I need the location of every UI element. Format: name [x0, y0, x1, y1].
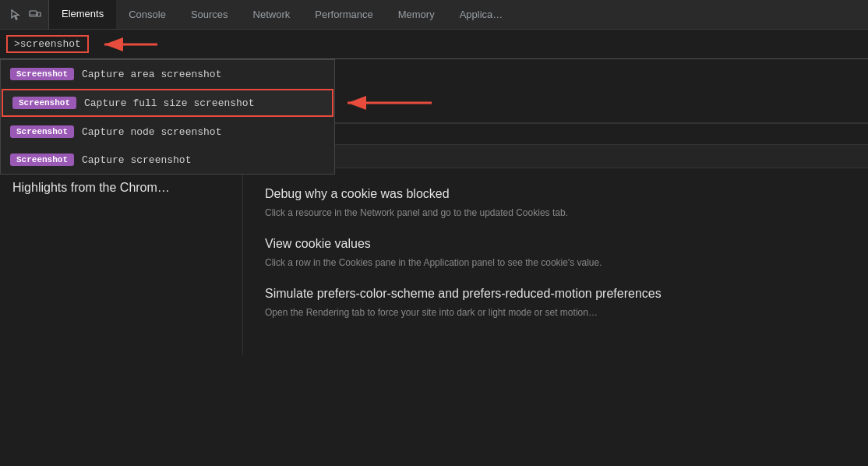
devtools-icons [3, 0, 49, 29]
tab-performance[interactable]: Performance [302, 0, 385, 29]
section-heading-2: View cookie values [265, 237, 846, 251]
section-heading-3: Simulate prefers-color-scheme and prefer… [265, 287, 846, 301]
arrow-to-command [97, 33, 159, 56]
command-dropdown: Screenshot Capture area screenshot Scree… [0, 59, 335, 175]
arrow-to-fullsize [340, 91, 433, 115]
section-desc-3: Open the Rendering tab to force your sit… [265, 305, 846, 319]
panel-heading: Highlights from the Chrom… [12, 181, 230, 195]
dropdown-label-capture: Capture screenshot [82, 154, 191, 166]
dropdown-label-fullsize: Capture full size screenshot [84, 97, 254, 109]
badge-node: Screenshot [10, 125, 74, 138]
badge-capture: Screenshot [10, 154, 74, 166]
svg-rect-0 [30, 11, 37, 16]
right-panel: Debug why a cookie was blocked Click a r… [243, 168, 868, 355]
section-desc-1: Click a resource in the Network panel an… [265, 206, 846, 220]
dropdown-item-area[interactable]: Screenshot Capture area screenshot [1, 60, 334, 88]
tab-memory[interactable]: Memory [386, 0, 447, 29]
section-desc-2: Click a row in the Cookies pane in the A… [265, 256, 846, 270]
tab-application[interactable]: Applica… [447, 0, 516, 29]
svg-rect-1 [37, 12, 41, 16]
tab-sources[interactable]: Sources [178, 0, 241, 29]
badge-fullsize: Screenshot [12, 97, 76, 109]
section-cookies-debug: Debug why a cookie was blocked Click a r… [265, 187, 846, 220]
badge-area: Screenshot [10, 68, 74, 80]
device-icon[interactable] [28, 8, 42, 22]
section-heading-1: Debug why a cookie was blocked [265, 187, 846, 201]
section-cookie-values: View cookie values Click a row in the Co… [265, 237, 846, 270]
tab-network[interactable]: Network [241, 0, 303, 29]
dropdown-label-node: Capture node screenshot [82, 126, 221, 138]
dropdown-item-fullsize[interactable]: Screenshot Capture full size screenshot [2, 89, 333, 117]
section-prefers: Simulate prefers-color-scheme and prefer… [265, 287, 846, 319]
command-overlay: >screenshot Screenshot Capture area scr [0, 30, 868, 59]
dropdown-item-node[interactable]: Screenshot Capture node screenshot [1, 118, 334, 146]
dropdown-label-area: Capture area screenshot [82, 69, 221, 80]
dropdown-item-capture[interactable]: Screenshot Capture screenshot [1, 146, 334, 174]
dom-panel: <!-- start ampz fl ▶ <div id="ampz_fly a… [0, 30, 868, 123]
tab-console[interactable]: Console [116, 0, 178, 29]
body-split: Highlights from the Chrom… Debug why a c… [0, 168, 868, 355]
inspect-icon[interactable] [9, 8, 23, 22]
top-tab-bar: Elements Console Sources Network Perform… [0, 0, 868, 30]
left-panel: Highlights from the Chrom… [0, 168, 243, 355]
command-input[interactable]: >screenshot [6, 35, 89, 53]
tab-elements[interactable]: Elements [49, 0, 116, 29]
